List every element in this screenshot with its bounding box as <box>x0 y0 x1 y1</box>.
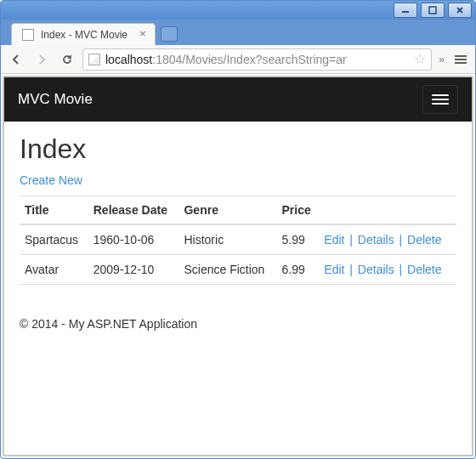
cell-price: 6.99 <box>277 255 320 285</box>
overflow-chevron-icon[interactable]: » <box>437 54 446 65</box>
tab-close-icon[interactable]: × <box>138 29 148 39</box>
page-title: Index <box>20 133 456 165</box>
browser-tab[interactable]: Index - MVC Movie × <box>11 23 156 45</box>
chrome-menu-button[interactable] <box>451 50 470 69</box>
cell-genre: Science Fiction <box>178 255 276 285</box>
edit-link[interactable]: Edit <box>324 233 344 246</box>
action-separator: | <box>394 233 407 246</box>
cell-genre: Historic <box>178 224 276 255</box>
tab-strip: Index - MVC Movie × <box>1 20 475 45</box>
page-viewport: MVC Movie Index Create New Title Release… <box>3 76 473 456</box>
window-minimize-button[interactable] <box>394 3 417 18</box>
page-footer: © 2014 - My ASP.NET Application <box>4 302 472 346</box>
action-separator: | <box>344 263 357 276</box>
col-actions <box>319 196 456 225</box>
footer-text: © 2014 - My ASP.NET Application <box>20 317 197 331</box>
col-genre: Genre <box>178 196 276 225</box>
cell-title: Avatar <box>20 255 88 285</box>
url-port: :1804 <box>152 53 182 66</box>
window-close-button[interactable] <box>448 3 472 18</box>
delete-link[interactable]: Delete <box>407 233 441 246</box>
cell-release_date: 1960-10-06 <box>88 224 179 255</box>
table-row: Spartacus1960-10-06Historic5.99Edit | De… <box>20 224 456 255</box>
back-button[interactable] <box>6 49 26 70</box>
cell-release_date: 2009-12-10 <box>88 255 179 285</box>
navbar-toggle-button[interactable] <box>422 85 458 114</box>
action-separator: | <box>344 233 357 246</box>
url-path: /Movies/Index?searchString=ar <box>182 53 346 66</box>
cell-actions: Edit | Details | Delete <box>319 224 456 255</box>
edit-link[interactable]: Edit <box>324 263 344 276</box>
table-row: Avatar2009-12-10Science Fiction6.99Edit … <box>20 255 456 285</box>
forward-button[interactable] <box>31 49 52 70</box>
col-title: Title <box>20 196 88 225</box>
cell-actions: Edit | Details | Delete <box>319 255 456 285</box>
new-tab-button[interactable] <box>161 26 178 42</box>
navbar-brand[interactable]: MVC Movie <box>18 91 93 108</box>
site-info-icon[interactable] <box>88 54 100 65</box>
url-host: localhost <box>105 53 152 66</box>
action-separator: | <box>394 263 407 276</box>
svg-rect-1 <box>429 7 436 14</box>
window-maximize-button[interactable] <box>421 3 445 18</box>
movies-table: Title Release Date Genre Price Spartacus… <box>20 196 456 285</box>
col-release-date: Release Date <box>88 196 179 225</box>
browser-window: Index - MVC Movie × localhost:1804/Movie… <box>0 0 476 459</box>
reload-button[interactable] <box>57 49 77 70</box>
create-new-link[interactable]: Create New <box>20 173 82 187</box>
delete-link[interactable]: Delete <box>407 263 441 276</box>
cell-price: 5.99 <box>277 224 320 255</box>
address-bar[interactable]: localhost:1804/Movies/Index?searchString… <box>82 48 432 71</box>
cell-title: Spartacus <box>20 224 88 255</box>
site-navbar: MVC Movie <box>4 77 472 122</box>
tab-title: Index - MVC Movie <box>41 29 128 41</box>
page-body: Index Create New Title Release Date Genr… <box>4 122 472 302</box>
bookmark-star-icon[interactable]: ☆ <box>414 51 426 67</box>
toolbar: localhost:1804/Movies/Index?searchString… <box>1 45 475 74</box>
details-link[interactable]: Details <box>358 233 394 246</box>
page-favicon-icon <box>22 29 34 41</box>
col-price: Price <box>277 196 320 225</box>
table-header-row: Title Release Date Genre Price <box>20 196 456 225</box>
details-link[interactable]: Details <box>358 263 394 276</box>
